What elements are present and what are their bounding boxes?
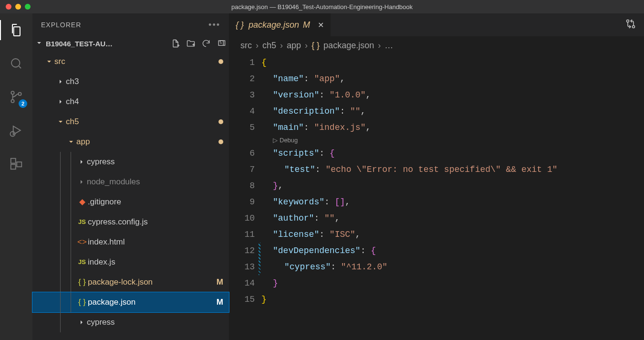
modified-indicator xyxy=(218,59,223,64)
collapse-all-button[interactable] xyxy=(217,39,226,48)
svg-rect-7 xyxy=(17,162,21,167)
js-icon: JS xyxy=(76,218,88,226)
tree-item-label: cypress.config.js xyxy=(88,216,223,228)
folder-node-modules[interactable]: node_modules xyxy=(32,172,229,192)
json-braces-icon: { } xyxy=(76,276,88,288)
svg-point-10 xyxy=(633,26,635,28)
svg-point-0 xyxy=(11,59,20,67)
folder-ch3[interactable]: ch3 xyxy=(32,72,229,92)
explorer-header: EXPLORER ••• xyxy=(32,13,229,36)
file-package-json[interactable]: { } package.json M xyxy=(32,292,229,312)
file-index-html[interactable]: <> index.html xyxy=(32,232,229,252)
window-controls xyxy=(6,4,31,10)
html-icon: <> xyxy=(76,236,88,248)
breadcrumb-item[interactable]: ch5 xyxy=(262,41,276,51)
chevron-right-icon: › xyxy=(280,41,283,51)
tab-bar: { } package.json M ✕ xyxy=(229,13,644,36)
search-icon xyxy=(9,56,23,71)
modified-indicator xyxy=(218,139,223,144)
json-braces-icon: { } xyxy=(236,20,244,30)
svg-point-1 xyxy=(11,91,14,94)
tree-item-label: .gitignore xyxy=(88,196,223,208)
debug-codelens[interactable]: ▷Debug xyxy=(261,136,644,145)
tree-item-label: index.html xyxy=(88,236,223,248)
modified-indicator xyxy=(218,119,223,124)
git-compare-button[interactable] xyxy=(625,18,636,32)
new-file-button[interactable] xyxy=(171,39,180,48)
file-package-lock[interactable]: { } package-lock.json M xyxy=(32,272,229,292)
tree-item-label: node_modules xyxy=(87,176,223,188)
breadcrumb-item[interactable]: src xyxy=(240,41,252,51)
git-compare-icon xyxy=(625,18,636,30)
chevron-down-icon xyxy=(55,118,66,126)
close-window-button[interactable] xyxy=(6,4,11,10)
tab-package-json[interactable]: { } package.json M ✕ xyxy=(229,13,331,36)
svg-point-9 xyxy=(627,20,629,22)
line-numbers: 1 2 3 4 5 6 7 8 9 10 11 12 13 14 15 xyxy=(229,54,261,340)
search-view-button[interactable] xyxy=(6,53,26,74)
code-editor[interactable]: 1 2 3 4 5 6 7 8 9 10 11 12 13 14 15 { "n… xyxy=(229,54,644,340)
json-braces-icon: { } xyxy=(312,41,320,51)
chevron-down-icon xyxy=(44,58,54,65)
breadcrumb-item[interactable]: package.json xyxy=(323,41,374,51)
tree-item-label: index.js xyxy=(88,256,223,268)
tab-label: package.json xyxy=(249,20,299,30)
refresh-button[interactable] xyxy=(201,39,211,48)
chevron-right-icon: › xyxy=(305,41,308,51)
project-name: B19046_TEST-AU… xyxy=(46,40,166,48)
file-gitignore[interactable]: ◆ .gitignore xyxy=(32,192,229,212)
breadcrumb-item[interactable]: app xyxy=(287,41,301,51)
chevron-right-icon xyxy=(76,319,87,326)
folder-ch5[interactable]: ch5 xyxy=(32,112,229,132)
activity-bar: 2 xyxy=(0,13,32,340)
chevron-right-icon xyxy=(55,78,66,85)
tree-item-label: src xyxy=(54,56,216,67)
chevron-right-icon: › xyxy=(378,41,381,51)
chevron-down-icon xyxy=(35,39,43,48)
minimize-window-button[interactable] xyxy=(15,4,21,10)
modified-badge: M xyxy=(217,276,223,288)
chevron-right-icon xyxy=(55,98,66,106)
chevron-right-icon xyxy=(76,178,87,186)
git-icon: ◆ xyxy=(76,196,88,208)
git-diff-marker[interactable] xyxy=(259,243,260,275)
extensions-view-button[interactable] xyxy=(6,154,26,174)
folder-app[interactable]: app xyxy=(32,132,229,152)
folder-section-header[interactable]: B19046_TEST-AU… xyxy=(32,36,229,51)
file-cypress-config[interactable]: JS cypress.config.js xyxy=(32,212,229,232)
tree-item-label: ch3 xyxy=(66,76,223,87)
folder-cypress-2[interactable]: cypress xyxy=(32,312,229,332)
svg-rect-6 xyxy=(11,164,16,169)
explorer-sidebar: EXPLORER ••• B19046_TEST-AU… xyxy=(32,13,229,340)
folder-src[interactable]: src xyxy=(32,52,229,72)
tree-item-label: app xyxy=(76,136,216,148)
scm-badge: 2 xyxy=(19,99,27,108)
folder-cypress[interactable]: cypress xyxy=(32,152,229,172)
tree-item-label: package.json xyxy=(88,297,214,308)
tree-item-label: ch4 xyxy=(66,96,223,107)
run-debug-view-button[interactable] xyxy=(6,120,26,140)
explorer-title: EXPLORER xyxy=(41,21,81,29)
close-tab-button[interactable]: ✕ xyxy=(318,21,324,30)
maximize-window-button[interactable] xyxy=(25,4,31,10)
tree-item-label: cypress xyxy=(87,156,223,168)
window-title: package.json — B19046_Test-Automation-En… xyxy=(231,3,413,11)
js-icon: JS xyxy=(76,258,88,266)
folder-ch4[interactable]: ch4 xyxy=(32,92,229,112)
explorer-more-button[interactable]: ••• xyxy=(208,20,220,30)
tree-item-label: ch5 xyxy=(66,116,216,128)
code-content[interactable]: { "name": "app", "version": "1.0.0", "de… xyxy=(261,54,644,340)
modified-badge: M xyxy=(217,297,223,308)
file-index-js[interactable]: JS index.js xyxy=(32,252,229,272)
source-control-view-button[interactable]: 2 xyxy=(6,87,26,107)
breadcrumbs[interactable]: src › ch5 › app › { } package.json › … xyxy=(229,36,644,54)
breadcrumb-item[interactable]: … xyxy=(384,41,393,51)
tab-modified-badge: M xyxy=(303,20,310,30)
explorer-view-button[interactable] xyxy=(6,20,26,40)
title-bar: package.json — B19046_Test-Automation-En… xyxy=(0,0,644,13)
editor-group: { } package.json M ✕ src › ch5 › app › xyxy=(229,13,644,340)
svg-point-2 xyxy=(11,100,14,103)
chevron-right-icon xyxy=(76,158,87,166)
new-folder-button[interactable] xyxy=(186,39,196,48)
json-braces-icon: { } xyxy=(76,297,88,308)
